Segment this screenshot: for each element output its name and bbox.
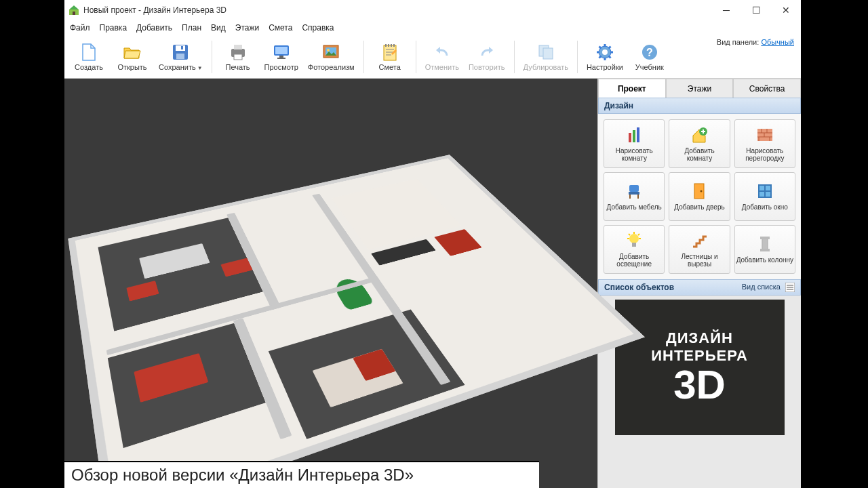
panel-tabs: Проект Этажи Свойства [598, 79, 801, 98]
svg-rect-19 [543, 48, 553, 59]
print-button[interactable]: Печать [218, 38, 258, 76]
side-panel: Проект Этажи Свойства Дизайн Нарисовать … [597, 79, 801, 488]
svg-rect-35 [632, 243, 636, 247]
folder-open-icon [123, 43, 142, 62]
svg-text:?: ? [646, 47, 653, 58]
help-button[interactable]: ? Учебник [629, 38, 670, 76]
add-window-button[interactable]: Добавить окно [734, 172, 795, 221]
promo-banner: ДИЗАЙН ИНТЕРЬЕРА 3D [615, 300, 785, 435]
gear-icon [595, 43, 614, 62]
brick-wall-icon [755, 125, 774, 144]
video-caption: Обзор новой версии «Дизайн Интерьера 3D» [64, 461, 539, 488]
svg-point-21 [602, 49, 608, 55]
svg-rect-12 [279, 56, 283, 58]
create-button[interactable]: Создать [68, 38, 109, 76]
undo-button[interactable]: Отменить [422, 38, 462, 76]
minimize-button[interactable]: ─ [711, 0, 741, 20]
monitor-icon [272, 43, 291, 62]
chair-icon [625, 182, 644, 201]
window-title: Новый проект - Дизайн Интерьера 3D [83, 5, 226, 15]
panel-mode: Вид панели: Обычный [717, 38, 794, 46]
floorplan-render [78, 89, 585, 478]
svg-marker-1 [69, 5, 79, 9]
add-lighting-button[interactable]: Добавить освещение [604, 225, 665, 274]
add-door-button[interactable]: Добавить дверь [669, 172, 730, 221]
door-icon [690, 182, 709, 201]
svg-rect-28 [757, 129, 772, 141]
svg-rect-5 [176, 54, 184, 59]
estimate-button[interactable]: Смета [370, 38, 410, 76]
render-icon [321, 43, 340, 62]
svg-rect-26 [637, 127, 639, 142]
add-room-button[interactable]: Добавить комнату [669, 119, 730, 168]
svg-rect-24 [629, 133, 631, 142]
photorealism-button[interactable]: Фотореализм [304, 38, 358, 76]
add-room-icon [690, 125, 709, 144]
close-button[interactable]: ✕ [771, 0, 801, 20]
menu-add[interactable]: Добавить [136, 23, 172, 33]
draw-partition-button[interactable]: Нарисовать перегородку [734, 119, 795, 168]
menu-edit[interactable]: Правка [100, 23, 127, 33]
svg-point-32 [701, 190, 703, 192]
notepad-icon [380, 43, 399, 62]
list-view-icon[interactable] [785, 283, 795, 292]
titlebar: Новый проект - Дизайн Интерьера 3D ─ ☐ ✕ [64, 0, 801, 20]
svg-point-16 [327, 49, 330, 52]
tab-properties[interactable]: Свойства [733, 79, 801, 98]
svg-rect-4 [176, 45, 185, 51]
printer-icon [229, 43, 248, 62]
menu-plan[interactable]: План [182, 23, 201, 33]
svg-point-34 [629, 234, 639, 243]
menu-file[interactable]: Файл [70, 23, 90, 33]
separator [363, 41, 364, 73]
separator [416, 41, 416, 73]
maximize-button[interactable]: ☐ [741, 0, 771, 20]
separator [212, 41, 212, 73]
new-file-icon [79, 43, 98, 62]
design-section-header: Дизайн [598, 98, 801, 114]
add-furniture-button[interactable]: Добавить мебель [604, 172, 665, 221]
panel-mode-link[interactable]: Обычный [761, 38, 794, 46]
window-controls: ─ ☐ ✕ [711, 0, 801, 20]
save-button[interactable]: Сохранить▼ [155, 38, 206, 76]
svg-rect-31 [694, 184, 704, 199]
settings-button[interactable]: Настройки [583, 38, 627, 76]
svg-rect-30 [629, 192, 639, 195]
menubar: Файл Правка Добавить План Вид Этажи Смет… [64, 20, 801, 35]
toolbar: Создать Открыть Сохранить▼ Печать Просмо… [64, 35, 801, 79]
tab-project[interactable]: Проект [598, 79, 666, 98]
3d-viewport[interactable] [64, 79, 597, 488]
save-icon [171, 43, 190, 62]
design-tools-grid: Нарисовать комнату Добавить комнату Нари… [598, 114, 801, 279]
svg-rect-2 [73, 12, 75, 15]
svg-rect-13 [277, 58, 285, 59]
svg-rect-29 [629, 185, 639, 192]
menu-estimate[interactable]: Смета [269, 23, 292, 33]
stairs-cutouts-button[interactable]: Лестницы и вырезы [669, 225, 730, 274]
lightbulb-icon [625, 231, 644, 250]
stairs-icon [690, 231, 709, 250]
svg-rect-25 [633, 130, 635, 142]
svg-rect-38 [760, 249, 770, 251]
tab-floors[interactable]: Этажи [666, 79, 734, 98]
undo-icon [433, 43, 452, 62]
preview-button[interactable]: Просмотр [261, 38, 302, 76]
duplicate-icon [536, 43, 555, 62]
app-icon [68, 5, 79, 16]
add-column-button[interactable]: Добавить колонну [734, 225, 795, 274]
help-icon: ? [640, 43, 659, 62]
redo-icon [477, 43, 496, 62]
open-button[interactable]: Открыть [112, 38, 153, 76]
menu-view[interactable]: Вид [211, 23, 226, 33]
menu-floors[interactable]: Этажи [235, 23, 259, 33]
separator [514, 41, 515, 73]
objects-section-header: Список объектов Вид списка [598, 279, 801, 296]
redo-button[interactable]: Повторить [465, 38, 509, 76]
svg-rect-37 [760, 237, 770, 239]
draw-room-icon [625, 125, 644, 144]
svg-rect-6 [181, 46, 183, 49]
duplicate-button[interactable]: Дублировать [520, 38, 572, 76]
svg-rect-9 [234, 54, 242, 60]
menu-help[interactable]: Справка [302, 23, 334, 33]
draw-room-button[interactable]: Нарисовать комнату [604, 119, 665, 168]
